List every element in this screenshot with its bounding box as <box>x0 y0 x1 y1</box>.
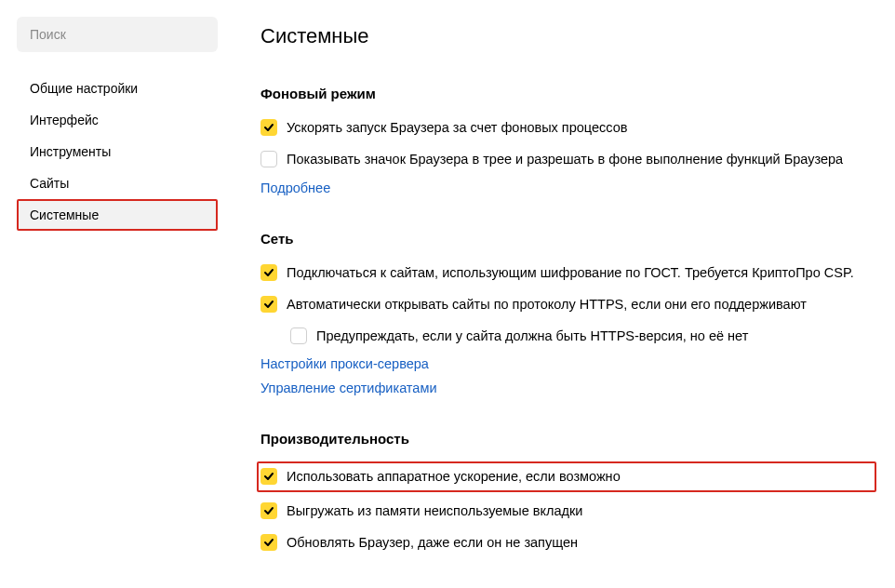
option-label: Выгружать из памяти неиспользуемые вклад… <box>287 501 582 520</box>
option-row: Выгружать из памяти неиспользуемые вклад… <box>260 500 876 522</box>
sidebar-item-3[interactable]: Сайты <box>17 167 218 199</box>
sidebar-item-0[interactable]: Общие настройки <box>17 73 218 104</box>
checkbox[interactable] <box>260 296 277 313</box>
check-icon <box>263 505 274 516</box>
option-row: Ускорять запуск Браузера за счет фоновых… <box>260 116 876 139</box>
sidebar-item-1[interactable]: Интерфейс <box>17 104 218 136</box>
link[interactable]: Настройки прокси-сервера <box>260 356 876 371</box>
option-label: Использовать аппаратное ускорение, если … <box>287 467 621 486</box>
check-icon <box>263 471 274 482</box>
check-icon <box>263 299 274 310</box>
page-title: Системные <box>260 24 876 48</box>
option-row: Автоматически открывать сайты по протоко… <box>260 293 876 315</box>
option-row: Обновлять Браузер, даже если он не запущ… <box>260 531 876 554</box>
checkbox[interactable] <box>290 327 307 344</box>
section-1: СетьПодключаться к сайтам, использующим … <box>260 231 876 396</box>
checkbox[interactable] <box>260 264 277 281</box>
check-icon <box>263 122 274 133</box>
option-row: Подключаться к сайтам, использующим шифр… <box>260 261 876 284</box>
sidebar-item-label: Общие настройки <box>30 81 138 96</box>
sidebar: Поиск Общие настройкиИнтерфейсИнструмент… <box>0 0 227 588</box>
option-row: Предупреждать, если у сайта должна быть … <box>290 325 876 347</box>
sidebar-item-label: Интерфейс <box>30 113 99 127</box>
option-row: Показывать значок Браузера в трее и разр… <box>260 148 876 170</box>
section-title: Фоновый режим <box>260 86 876 101</box>
search-placeholder: Поиск <box>30 27 66 42</box>
sidebar-item-label: Сайты <box>30 176 69 191</box>
option-label: Показывать значок Браузера в трее и разр… <box>287 150 843 168</box>
sidebar-item-4[interactable]: Системные <box>17 199 218 231</box>
sidebar-item-2[interactable]: Инструменты <box>17 136 218 167</box>
section-title: Сеть <box>260 231 876 247</box>
check-icon <box>263 267 274 278</box>
section-title: Производительность <box>260 431 876 447</box>
checkbox[interactable] <box>260 119 277 136</box>
main-content: Системные Фоновый режимУскорять запуск Б… <box>227 0 895 588</box>
link[interactable]: Подробнее <box>260 180 876 195</box>
link[interactable]: Управление сертификатами <box>260 381 876 395</box>
option-label: Подключаться к сайтам, использующим шифр… <box>287 263 854 282</box>
section-2: ПроизводительностьИспользовать аппаратно… <box>260 431 876 554</box>
checkbox[interactable] <box>260 534 277 551</box>
option-label: Предупреждать, если у сайта должна быть … <box>316 327 748 345</box>
checkbox[interactable] <box>260 151 277 167</box>
option-label: Ускорять запуск Браузера за счет фоновых… <box>287 118 627 137</box>
option-label: Обновлять Браузер, даже если он не запущ… <box>287 533 578 552</box>
check-icon <box>263 537 274 548</box>
search-input[interactable]: Поиск <box>17 17 218 52</box>
checkbox[interactable] <box>260 502 277 519</box>
sidebar-item-label: Инструменты <box>30 144 111 159</box>
checkbox[interactable] <box>260 468 277 485</box>
option-label: Автоматически открывать сайты по протоко… <box>287 295 807 314</box>
section-0: Фоновый режимУскорять запуск Браузера за… <box>260 86 876 195</box>
option-row: Использовать аппаратное ускорение, если … <box>257 461 876 491</box>
sidebar-item-label: Системные <box>30 207 99 222</box>
